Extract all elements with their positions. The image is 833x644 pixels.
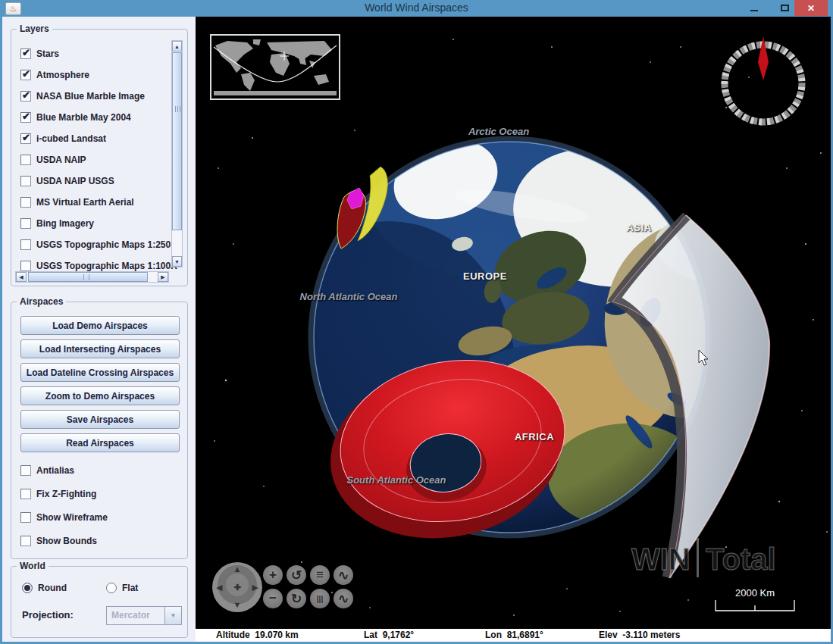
scroll-left-icon[interactable]: ◀: [16, 272, 27, 282]
radio-round[interactable]: Round: [22, 580, 67, 596]
scroll-down-icon[interactable]: ▼: [172, 256, 182, 267]
chevron-down-icon[interactable]: ▼: [164, 607, 181, 624]
scrollbar-thumb[interactable]: [172, 52, 182, 230]
save-airspaces-button[interactable]: Save Airspaces: [20, 410, 180, 429]
layer-row-usgs-topo-250k[interactable]: USGS Topographic Maps 1:250K: [20, 237, 177, 252]
zoom-to-demo-airspaces-button[interactable]: Zoom to Demo Airspaces: [20, 386, 180, 405]
minimize-icon: [750, 10, 758, 11]
checkbox-icon[interactable]: [20, 48, 31, 59]
checkbox-icon[interactable]: [20, 239, 31, 250]
layer-row-nasa-blue-marble[interactable]: NASA Blue Marble Image: [20, 89, 145, 104]
watermark: WIN Total: [631, 538, 776, 577]
layer-label: Stars: [36, 48, 59, 59]
checkbox-icon[interactable]: [20, 261, 31, 271]
radio-icon[interactable]: [106, 583, 117, 593]
load-demo-airspaces-button[interactable]: Load Demo Airspaces: [20, 316, 180, 335]
option-row-show-wireframe[interactable]: Show Wireframe: [20, 510, 108, 525]
compass[interactable]: [725, 36, 802, 122]
layer-row-atmosphere[interactable]: Atmosphere: [20, 67, 89, 83]
layer-label: Bing Imagery: [36, 218, 94, 229]
option-row-show-bounds[interactable]: Show Bounds: [20, 533, 97, 549]
scroll-right-icon[interactable]: ▶: [158, 272, 168, 282]
radio-icon[interactable]: [22, 583, 33, 593]
pan-center-icon: ✚: [233, 583, 240, 592]
minimize-button[interactable]: [741, 0, 767, 16]
status-longitude: Lon 81,6891°: [485, 630, 543, 640]
layer-label: USGS Topographic Maps 1:100K: [36, 261, 177, 271]
svg-text:Total: Total: [706, 542, 776, 576]
layer-row-usda-naip[interactable]: USDA NAIP: [20, 152, 86, 167]
pan-control[interactable]: ▲ ▼ ◀ ▶ ✚: [212, 562, 262, 612]
layer-row-stars[interactable]: Stars: [20, 46, 59, 61]
checkbox-icon[interactable]: [20, 465, 31, 476]
layers-vertical-scrollbar[interactable]: ▲ ▼: [171, 40, 183, 267]
layer-label: Blue Marble May 2004: [36, 112, 131, 123]
checkbox-icon[interactable]: [20, 155, 31, 165]
projection-value: Mercator: [107, 607, 164, 624]
label-europe: EUROPE: [463, 270, 507, 282]
checkbox-icon[interactable]: [20, 91, 31, 102]
zoom-out-button[interactable]: −: [263, 589, 283, 608]
layer-label: MS Virtual Earth Aerial: [36, 197, 134, 208]
layer-row-blue-marble-2004[interactable]: Blue Marble May 2004: [20, 110, 131, 125]
svg-text:2000 Km: 2000 Km: [735, 587, 775, 599]
globe-scene: WIN Total 2000 Km: [196, 17, 831, 629]
control-sidebar: Layers Stars Atmosphere NASA Blue Marble…: [2, 17, 196, 642]
radio-flat[interactable]: Flat: [106, 580, 138, 596]
layer-row-bing-imagery[interactable]: Bing Imagery: [20, 216, 94, 231]
layer-row-usda-naip-usgs[interactable]: USDA NAIP USGS: [20, 174, 114, 189]
checkbox-icon[interactable]: [20, 133, 31, 144]
layers-group: Layers Stars Atmosphere NASA Blue Marble…: [11, 29, 188, 286]
elevation-down-button[interactable]: ∿: [334, 589, 353, 608]
layer-label: Atmosphere: [36, 70, 89, 80]
pan-up-icon[interactable]: ▲: [233, 565, 242, 574]
layer-row-icubed-landsat[interactable]: i-cubed Landsat: [20, 131, 106, 146]
option-row-fix-z-fighting[interactable]: Fix Z-Fighting: [20, 486, 96, 502]
option-label: Antialias: [36, 465, 74, 476]
layer-label: USDA NAIP: [36, 155, 86, 165]
maximize-icon: [781, 5, 789, 11]
checkbox-icon[interactable]: [20, 218, 31, 229]
status-latitude: Lat 9,1762°: [364, 630, 414, 640]
layers-group-title: Layers: [17, 23, 52, 34]
read-airspaces-button[interactable]: Read Airspaces: [20, 433, 180, 452]
checkbox-icon[interactable]: [20, 70, 31, 80]
tilt-button[interactable]: ≡: [310, 565, 330, 585]
pitch-button[interactable]: |||: [310, 589, 330, 608]
elevation-up-button[interactable]: ∿: [334, 565, 353, 585]
scroll-up-icon[interactable]: ▲: [172, 41, 182, 52]
world-map-inset[interactable]: [211, 35, 340, 99]
checkbox-icon[interactable]: [20, 176, 31, 186]
scrollbar-grip: [83, 274, 89, 280]
checkbox-icon[interactable]: [20, 536, 31, 546]
pan-down-icon[interactable]: ▼: [233, 601, 242, 609]
pan-right-icon[interactable]: ▶: [252, 583, 258, 592]
layer-row-ms-virtual-earth[interactable]: MS Virtual Earth Aerial: [20, 195, 134, 210]
option-label: Show Wireframe: [36, 512, 108, 523]
label-arctic-ocean: Arctic Ocean: [468, 126, 529, 137]
load-intersecting-airspaces-button[interactable]: Load Intersecting Airspaces: [20, 339, 180, 358]
scrollbar-grip: [175, 106, 180, 112]
option-row-antialias[interactable]: Antialias: [20, 463, 74, 478]
checkbox-icon[interactable]: [20, 112, 31, 123]
checkbox-icon[interactable]: [20, 512, 31, 523]
status-bar: Altitude 19.070 km Lat 9,1762° Lon 81,68…: [196, 629, 831, 642]
projection-combobox[interactable]: Mercator ▼: [106, 606, 182, 625]
maximize-button[interactable]: [772, 0, 797, 16]
rotate-right-button[interactable]: ↻: [287, 589, 306, 608]
radio-label: Round: [38, 583, 67, 593]
globe-canvas[interactable]: WIN Total 2000 Km Arctic Ocean ASIA EURO…: [196, 17, 831, 642]
layers-horizontal-scrollbar[interactable]: ◀ ▶: [15, 271, 169, 283]
rotate-left-button[interactable]: ↺: [287, 565, 306, 585]
zoom-in-button[interactable]: +: [263, 565, 283, 585]
title-bar[interactable]: ♨ World Wind Airspaces ✕: [0, 0, 833, 17]
label-africa: AFRICA: [515, 431, 554, 442]
checkbox-icon[interactable]: [20, 197, 31, 208]
svg-text:WIN: WIN: [631, 542, 691, 576]
checkbox-icon[interactable]: [20, 489, 31, 499]
scrollbar-thumb[interactable]: [28, 272, 148, 282]
pan-left-icon[interactable]: ◀: [216, 583, 222, 592]
close-button[interactable]: ✕: [794, 0, 828, 16]
world-group-title: World: [17, 561, 49, 571]
load-dateline-crossing-airspaces-button[interactable]: Load Dateline Crossing Airspaces: [20, 363, 180, 382]
